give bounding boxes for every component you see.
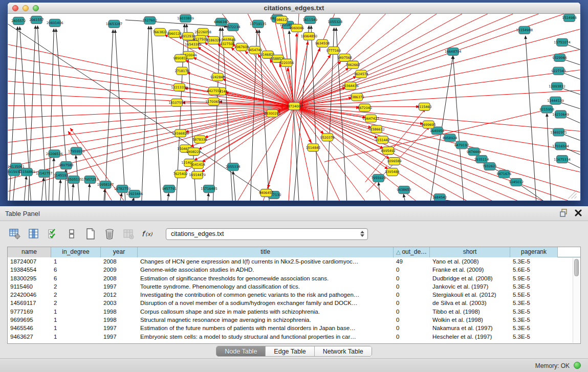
window-titlebar[interactable]: citations_edges.txt [8,3,580,14]
column-header-year[interactable]: year [101,247,138,257]
table-cell[interactable]: Disruption of a novel member of a sodium… [138,299,394,307]
select-column-button[interactable] [27,227,40,240]
column-header-short[interactable]: short [430,247,510,257]
table-cell[interactable]: Hescheler et al. (1997) [430,333,510,341]
graph-node[interactable]: 2061557 [29,16,43,24]
graph-node[interactable]: 12142757 [36,170,52,178]
graph-node[interactable]: 8995492 [381,147,395,155]
delete-column-trash-button[interactable] [103,227,116,240]
table-cell[interactable]: Dudbridge et al. (2008) [430,274,510,282]
graph-node[interactable]: 10719135 [250,20,266,28]
table-cell[interactable]: 2 [51,291,101,299]
table-cell[interactable]: 2009 [101,266,138,274]
table-cell[interactable]: 18724007 [8,257,51,266]
table-cell[interactable]: de Silva et al. (2003) [430,299,510,307]
table-cell[interactable]: Nakamura et al. (1997) [430,324,510,332]
graph-node[interactable]: 8572234 [226,23,240,31]
table-row[interactable]: 969969511998Structural magnetic resonanc… [8,316,580,324]
graph-node[interactable]: 9041414 [190,161,205,169]
table-cell[interactable]: Embryonic stem cells: a model to study s… [138,333,394,341]
tab-network-table[interactable]: Network Table [315,346,372,356]
table-cell[interactable]: 2008 [101,257,138,266]
table-cell[interactable]: 5.3E-5 [510,308,558,316]
graph-node[interactable]: 19964850 [301,32,317,40]
table-vertical-scrollbar[interactable] [573,258,580,343]
table-cell[interactable]: 5.3E-5 [510,282,558,291]
graph-node[interactable]: 9438653 [397,186,411,194]
graph-node[interactable]: 17957253 [82,176,98,184]
graph-node[interactable]: 7932621 [483,163,497,170]
graph-node[interactable]: 12093832 [549,82,565,90]
graph-node[interactable]: 8215958 [539,105,554,113]
function-builder-button[interactable]: f (x) [141,227,154,240]
graph-node[interactable]: 9115460 [417,103,431,111]
table-cell[interactable]: 1 [51,308,101,316]
graph-node[interactable]: 9457791 [162,185,176,193]
table-cell[interactable]: Stergiakouli et al. (2012) [430,291,510,299]
close-panel-icon[interactable] [575,209,582,216]
graph-node[interactable]: 11700654 [205,98,222,105]
graph-node[interactable]: 6479197 [454,141,469,149]
graph-node[interactable]: 1684542 [432,194,447,201]
graph-node[interactable]: 2405572 [11,17,26,25]
graph-node[interactable]: 5878334 [192,136,207,143]
graph-node[interactable]: 7955926 [371,174,385,182]
table-cell[interactable]: Jankovic et al. (1997) [430,282,510,291]
table-cell[interactable]: 18300295 [8,274,51,282]
graph-node[interactable]: 9498222 [186,148,201,156]
graph-node[interactable]: 9897588 [59,162,73,169]
table-cell[interactable]: 0 [394,333,430,341]
table-cell[interactable]: 1998 [101,316,138,324]
scrollbar-thumb[interactable] [574,259,579,276]
table-select-dropdown[interactable]: citations_edges.txt [166,228,368,240]
column-header-out_de[interactable]: △out_de… [394,247,430,257]
graph-node[interactable]: 20206536 [46,150,62,158]
table-cell[interactable]: 1997 [101,324,138,332]
graph-node[interactable]: 1395484 [385,168,399,176]
table-cell[interactable]: 0 [394,266,430,274]
graph-node[interactable]: 8220356 [279,59,294,67]
graph-node[interactable]: 25226058 [194,28,211,36]
table-row[interactable]: 2242004622012Investigating the contribut… [8,291,580,299]
table-cell[interactable]: 0 [394,274,430,282]
graph-node[interactable]: 8960128 [167,30,181,37]
table-cell[interactable]: Yano et al. (2008) [430,257,510,266]
graph-node[interactable]: 7386372 [350,93,364,101]
table-cell[interactable]: Structural magnetic resonance image aver… [138,316,394,324]
table-cell[interactable]: 49 [394,257,430,266]
graph-node[interactable]: 20691406 [47,19,63,27]
table-cell[interactable]: Estimation of the future numbers of pati… [138,324,394,332]
graph-node[interactable]: 16914479 [189,171,205,179]
table-cell[interactable]: Estimation of significance thresholds fo… [138,274,394,282]
graph-node[interactable]: 9520376 [320,134,335,141]
graph-node[interactable]: 9890812 [173,54,187,62]
graph-node[interactable]: 2055334 [226,163,240,171]
table-cell[interactable]: Genome-wide association studies in ADHD. [138,266,394,274]
table-cell[interactable]: 5.3E-5 [510,257,558,266]
table-cell[interactable]: 0 [394,299,430,307]
column-header-in_degree[interactable]: in_degree [51,247,101,257]
table-cell[interactable]: Corpus callosum shape and size in male p… [138,308,394,316]
graph-node[interactable]: 12444139 [547,97,563,104]
graph-node[interactable]: 19166825 [172,129,188,137]
graph-node[interactable]: 10958187 [97,181,114,189]
graph-node[interactable]: 8186328 [206,36,221,44]
table-cell[interactable]: 5.6E-5 [510,266,558,274]
table-cell[interactable]: Franke et al. (2009) [430,266,510,274]
tab-edge-table[interactable]: Edge Table [266,346,314,356]
graph-node[interactable]: 1527602 [143,16,157,24]
table-row[interactable]: 946362711997Embryonic stem cells: a mode… [8,333,580,341]
table-row[interactable]: 1456911722003Disruption of a novel membe… [8,299,580,307]
graph-node[interactable]: 9969046 [290,24,304,32]
graph-node[interactable]: 16782759 [114,185,130,193]
table-cell[interactable]: 9777169 [8,308,51,316]
table-cell[interactable]: 9699695 [8,316,51,324]
table-cell[interactable]: 0 [394,282,430,291]
graph-node[interactable]: 9245012 [509,179,524,186]
table-cell[interactable]: 0 [394,316,430,324]
table-row[interactable]: 977716911998Corpus callosum shape and si… [8,308,580,316]
graph-node[interactable]: 9497568 [338,54,352,61]
network-canvas[interactable]: 2405572206155720691406106532871527602160… [8,14,580,201]
graph-node[interactable]: 9699695 [421,121,435,128]
table-row[interactable]: 1830029562008Estimation of significance … [8,274,580,282]
